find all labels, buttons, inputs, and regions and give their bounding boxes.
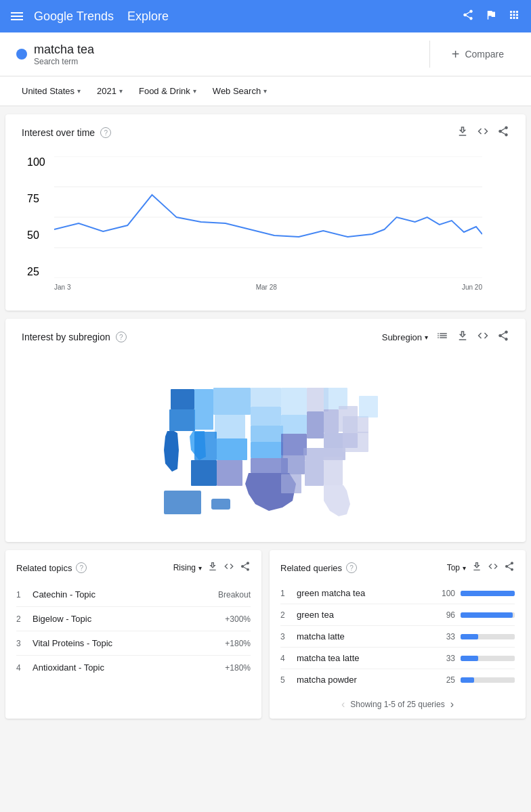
rank: 3 [280, 632, 297, 641]
related-topics-filter[interactable]: Rising ▾ [173, 563, 202, 572]
embed-icon[interactable] [477, 125, 489, 140]
related-queries-info-icon[interactable]: ? [346, 562, 357, 573]
queries-share-icon[interactable] [504, 561, 515, 574]
top-arrow-icon: ▾ [463, 564, 466, 572]
query-score: 33 [436, 632, 455, 641]
related-topics-filter-label: Rising [173, 563, 196, 572]
next-page-icon[interactable]: › [450, 698, 454, 710]
query-label[interactable]: matcha tea latte [297, 653, 436, 663]
subregion-share-icon[interactable] [497, 330, 509, 344]
query-label[interactable]: matcha powder [297, 675, 436, 685]
compare-button[interactable]: + Compare [441, 41, 515, 68]
category-arrow-icon: ▾ [193, 87, 196, 95]
year-filter[interactable]: 2021 ▾ [91, 82, 128, 100]
topic-label[interactable]: Antioxidant - Topic [33, 662, 225, 673]
info-icon[interactable]: ? [100, 127, 111, 138]
related-queries-filter[interactable]: Top ▾ [447, 563, 466, 572]
subregion-filter[interactable]: Subregion ▾ [382, 332, 428, 342]
svg-rect-36 [324, 457, 343, 485]
related-topics-info-icon[interactable]: ? [76, 562, 87, 573]
country-filter[interactable]: United States ▾ [16, 82, 86, 100]
svg-rect-7 [169, 409, 195, 431]
bar-fill [461, 591, 515, 596]
list-icon[interactable] [436, 330, 448, 344]
svg-rect-41 [164, 491, 201, 514]
query-label[interactable]: green tea [297, 610, 436, 620]
filters-bar: United States ▾ 2021 ▾ Food & Drink ▾ We… [0, 76, 531, 106]
search-type-arrow-icon: ▾ [263, 87, 267, 95]
topic-label[interactable]: Bigelow - Topic [33, 614, 225, 624]
card-actions [456, 125, 509, 140]
bar-track [461, 612, 515, 618]
topics-share-icon[interactable] [240, 561, 251, 574]
list-item: 2 Bigelow - Topic +300% [16, 607, 251, 631]
svg-rect-23 [281, 388, 307, 415]
card-header: Interest over time ? [22, 125, 509, 140]
line-chart [54, 156, 482, 278]
menu-icon[interactable] [11, 12, 23, 20]
query-label[interactable]: green matcha tea [297, 588, 436, 598]
topics-embed-icon[interactable] [224, 561, 234, 574]
svg-rect-35 [305, 460, 324, 486]
topic-value: +300% [225, 614, 251, 624]
topic-label[interactable]: Vital Proteins - Topic [33, 638, 225, 648]
subregion-info-icon[interactable]: ? [116, 332, 127, 342]
subregion-card-actions: Subregion ▾ [382, 330, 509, 344]
related-topics-header: Related topics ? Rising ▾ [16, 561, 251, 574]
related-topics-list: 1 Catechin - Topic Breakout 2 Bigelow - … [16, 583, 251, 679]
download-icon[interactable] [456, 125, 469, 140]
pagination: ‹ Showing 1-5 of 25 queries › [280, 690, 515, 713]
bar-fill [461, 677, 474, 683]
svg-rect-15 [191, 460, 217, 486]
search-bar: matcha tea Search term + Compare [0, 32, 531, 76]
list-item: 2 green tea 96 [280, 604, 515, 626]
subregion-title: Interest by subregion [22, 332, 110, 342]
search-term-text: matcha tea [34, 43, 94, 57]
svg-rect-17 [251, 388, 281, 407]
queries-embed-icon[interactable] [488, 561, 498, 574]
logo: Google Trends [34, 9, 114, 24]
queries-download-icon[interactable] [471, 561, 482, 574]
topic-label[interactable]: Catechin - Topic [33, 589, 218, 600]
list-item: 3 Vital Proteins - Topic +180% [16, 631, 251, 656]
svg-rect-27 [281, 474, 301, 493]
topic-value: +180% [225, 639, 251, 648]
query-label[interactable]: matcha latte [297, 631, 436, 641]
plus-icon: + [452, 47, 460, 62]
year-label: 2021 [97, 86, 116, 96]
svg-rect-11 [213, 388, 251, 415]
topic-value: Breakout [218, 590, 251, 600]
interest-over-time-title: Interest over time [22, 127, 95, 138]
related-queries-header: Related queries ? Top ▾ [280, 561, 515, 574]
list-item: 5 matcha powder 25 [280, 669, 515, 690]
topics-download-icon[interactable] [207, 561, 218, 574]
related-grid: Related topics ? Rising ▾ [5, 550, 526, 719]
apps-icon[interactable] [508, 9, 520, 24]
y-label-25: 25 [27, 266, 45, 278]
rank: 5 [280, 675, 297, 685]
svg-rect-39 [343, 416, 368, 433]
query-score: 25 [436, 675, 455, 685]
search-type-filter[interactable]: Web Search ▾ [207, 82, 272, 100]
subregion-embed-icon[interactable] [477, 330, 489, 344]
svg-rect-16 [217, 460, 242, 486]
search-term-info: matcha tea Search term [34, 43, 94, 66]
y-label-100: 100 [27, 156, 45, 168]
bar-track [461, 591, 515, 596]
bar-track [461, 677, 515, 683]
subregion-download-icon[interactable] [456, 330, 469, 344]
category-filter[interactable]: Food & Drink ▾ [133, 82, 202, 100]
flag-icon[interactable] [485, 9, 497, 24]
svg-rect-6 [171, 389, 194, 409]
subregion-arrow-icon: ▾ [425, 334, 428, 341]
bar-fill [461, 612, 513, 618]
svg-rect-12 [215, 415, 245, 438]
search-dot [16, 49, 27, 60]
svg-rect-29 [307, 411, 324, 438]
share-icon[interactable] [462, 9, 474, 24]
svg-rect-25 [281, 434, 307, 455]
prev-page-icon[interactable]: ‹ [341, 698, 345, 710]
list-item: 4 Antioxidant - Topic +180% [16, 656, 251, 679]
share-icon-card[interactable] [497, 125, 509, 140]
rank: 4 [16, 663, 33, 673]
